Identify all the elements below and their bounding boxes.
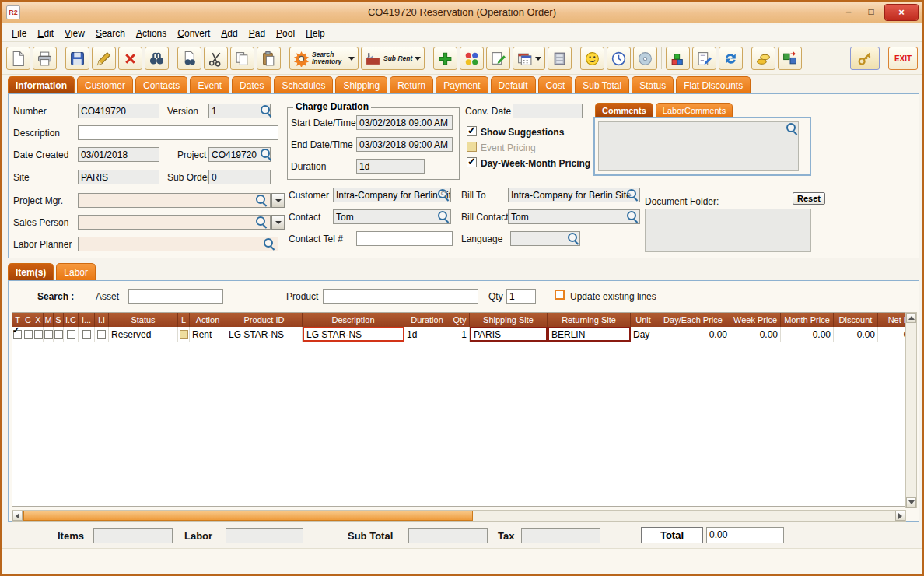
exit-button[interactable]: EXIT: [888, 47, 918, 70]
time-button[interactable]: [607, 47, 631, 70]
tab-status[interactable]: Status: [632, 76, 674, 93]
tab-labor-comments[interactable]: LaborComments: [656, 103, 733, 117]
column-header-ii[interactable]: I.I: [95, 313, 109, 327]
conv-date-field[interactable]: [513, 104, 583, 118]
column-header-product-id[interactable]: Product ID: [226, 313, 303, 327]
sales-person-dropdown-button[interactable]: [271, 215, 285, 230]
day-week-month-pricing-checkbox[interactable]: [467, 157, 477, 167]
scroll-down-button[interactable]: [906, 497, 916, 508]
labor-planner-field[interactable]: [78, 237, 278, 251]
column-header-unit[interactable]: Unit: [631, 313, 656, 327]
column-header-c[interactable]: C: [23, 313, 33, 327]
menu-file[interactable]: File: [6, 26, 32, 41]
find-in-document-button[interactable]: [177, 47, 201, 70]
items-total-field[interactable]: [93, 528, 173, 543]
tab-payment[interactable]: Payment: [436, 76, 488, 93]
column-header-month-price[interactable]: Month Price: [781, 313, 834, 327]
description-field[interactable]: [78, 125, 278, 140]
tab-cost[interactable]: Cost: [538, 76, 573, 93]
contact-tel-field[interactable]: [356, 231, 453, 246]
tab-customer[interactable]: Customer: [77, 76, 133, 93]
event-pricing-checkbox[interactable]: [467, 142, 477, 152]
tab-comments[interactable]: Comments: [595, 103, 653, 117]
search-icon[interactable]: [261, 149, 271, 160]
new-document-button[interactable]: [6, 47, 30, 70]
find-button[interactable]: [145, 47, 169, 70]
column-header-t[interactable]: T: [12, 313, 23, 327]
cell-day-each-price[interactable]: 0.00: [656, 327, 730, 342]
comments-textarea[interactable]: [598, 121, 799, 171]
column-header-action[interactable]: Action: [190, 313, 226, 327]
menu-pool[interactable]: Pool: [271, 26, 300, 41]
sub-rent-button[interactable]: Sub Rent: [361, 47, 425, 70]
cell-select[interactable]: [12, 327, 23, 342]
column-header-week-price[interactable]: Week Price: [730, 313, 781, 327]
print-button[interactable]: [33, 47, 57, 70]
cell-m[interactable]: [44, 327, 54, 342]
tab-shipping[interactable]: Shipping: [335, 76, 387, 93]
duration-field[interactable]: 1d: [356, 159, 425, 174]
reset-button[interactable]: Reset: [793, 192, 825, 205]
row-checkbox[interactable]: [82, 330, 91, 339]
tab-information[interactable]: Information: [8, 76, 75, 93]
site-field[interactable]: PARIS: [78, 170, 159, 184]
row-checkbox[interactable]: [180, 330, 188, 339]
tab-contacts[interactable]: Contacts: [135, 76, 187, 93]
sub-orders-field[interactable]: 0: [208, 170, 271, 184]
column-header-description[interactable]: Description: [303, 313, 404, 327]
column-header-day-each-price[interactable]: Day/Each Price: [656, 313, 730, 327]
column-header-s[interactable]: S: [54, 313, 64, 327]
total-field[interactable]: 0.00: [706, 527, 784, 543]
row-checkbox[interactable]: [54, 330, 63, 339]
search-icon[interactable]: [438, 211, 449, 222]
maximize-button[interactable]: □: [863, 5, 880, 19]
menu-add[interactable]: Add: [215, 26, 243, 41]
sub-total-field[interactable]: [408, 528, 488, 543]
cell-description[interactable]: LG STAR-NS: [303, 327, 404, 342]
chevron-down-icon[interactable]: [535, 57, 541, 61]
end-datetime-field[interactable]: 03/03/2018 09:00 AM: [356, 137, 453, 152]
cell-product-id[interactable]: LG STAR-NS: [226, 327, 303, 342]
tax-field[interactable]: [521, 528, 600, 543]
tab-labor[interactable]: Labor: [56, 263, 96, 280]
project-mgr-dropdown-button[interactable]: [271, 193, 285, 208]
search-icon[interactable]: [438, 189, 449, 200]
scroll-left-button[interactable]: [12, 511, 23, 521]
column-header-m[interactable]: M: [44, 313, 54, 327]
cell-x[interactable]: [33, 327, 44, 342]
group-items-button[interactable]: [460, 47, 484, 70]
tab-schedules[interactable]: Schedules: [274, 76, 333, 93]
number-field[interactable]: CO419720: [78, 104, 159, 118]
horizontal-scrollbar[interactable]: [12, 510, 906, 522]
cell-discount[interactable]: 0.00: [834, 327, 878, 342]
add-line-button[interactable]: [433, 47, 457, 70]
cell-duration[interactable]: 1d: [404, 327, 450, 342]
chevron-down-icon[interactable]: [415, 57, 421, 61]
column-header-i[interactable]: I...: [79, 313, 95, 327]
table-row[interactable]: Reserved Rent LG STAR-NS LG STAR-NS 1d 1…: [12, 327, 905, 342]
notes-button[interactable]: [486, 47, 510, 70]
row-selected-checkbox[interactable]: [13, 330, 22, 339]
calendar-button[interactable]: [513, 47, 545, 70]
menu-actions[interactable]: Actions: [131, 26, 172, 41]
column-header-duration[interactable]: Duration: [404, 313, 450, 327]
scroll-up-button[interactable]: [906, 313, 916, 323]
row-checkbox[interactable]: [97, 330, 106, 339]
cell-week-price[interactable]: 0.00: [730, 327, 781, 342]
warehouse-button[interactable]: [548, 47, 572, 70]
inventory-cubes-button[interactable]: [666, 47, 690, 70]
column-header-returning-site[interactable]: Returning Site: [548, 313, 631, 327]
bill-contact-field[interactable]: Tom: [508, 209, 640, 224]
cell-ii[interactable]: [95, 327, 109, 342]
search-inventory-button[interactable]: Search Inventory: [289, 47, 359, 70]
cell-unit[interactable]: Day: [631, 327, 656, 342]
billing-button[interactable]: [751, 47, 775, 70]
vertical-scrollbar[interactable]: [905, 312, 917, 508]
search-icon[interactable]: [261, 105, 271, 116]
tab-sub-total[interactable]: Sub Total: [575, 76, 629, 93]
column-header-net-each[interactable]: Net Ea: [878, 313, 906, 327]
column-header-discount[interactable]: Discount: [834, 313, 878, 327]
row-checkbox[interactable]: [34, 330, 43, 339]
tab-items[interactable]: Item(s): [8, 263, 54, 280]
update-existing-lines-checkbox[interactable]: [555, 290, 565, 300]
